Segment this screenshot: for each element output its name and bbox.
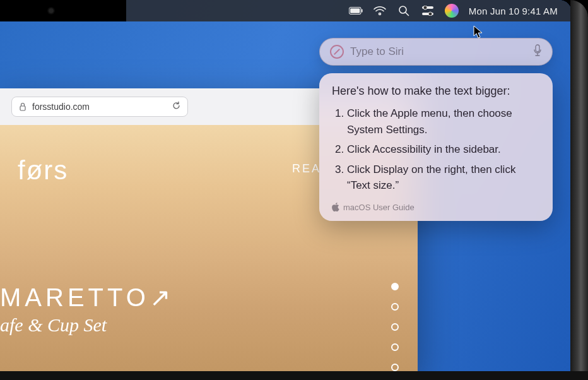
url-bar[interactable]: forsstudio.com xyxy=(11,97,188,117)
siri-step: Click Display on the right, then click “… xyxy=(347,162,540,194)
reload-icon[interactable] xyxy=(172,101,181,112)
menubar: Mon Jun 10 9:41 AM xyxy=(126,0,572,21)
hero-subtitle: afe & Cup Set xyxy=(0,314,107,336)
carousel-dots xyxy=(391,283,399,371)
siri-input-bar[interactable] xyxy=(319,38,553,66)
carousel-dot[interactable] xyxy=(391,323,399,331)
svg-point-6 xyxy=(423,6,427,9)
microphone-icon[interactable] xyxy=(533,44,542,59)
notch xyxy=(0,0,126,21)
lock-icon xyxy=(18,102,27,111)
carousel-dot[interactable] xyxy=(391,283,399,290)
siri-stop-icon[interactable] xyxy=(330,45,344,59)
svg-point-8 xyxy=(428,12,432,16)
url-text: forsstudio.com xyxy=(32,102,90,112)
camera xyxy=(47,7,55,15)
desktop: Mon Jun 10 9:41 AM forsstudio.com førs R… xyxy=(0,0,572,372)
hero-title[interactable]: MARETTO↗ xyxy=(0,283,175,312)
siri-menubar-icon[interactable] xyxy=(445,4,459,18)
siri-text-input[interactable] xyxy=(350,45,527,58)
svg-point-3 xyxy=(399,6,406,13)
apple-icon xyxy=(332,203,339,211)
siri-source-label: macOS User Guide xyxy=(343,203,415,212)
svg-rect-2 xyxy=(362,9,363,12)
svg-line-4 xyxy=(406,13,409,16)
laptop-bezel xyxy=(570,0,588,380)
menubar-datetime[interactable]: Mon Jun 10 9:41 AM xyxy=(469,6,558,16)
siri-overlay: Here's how to make the text bigger: Clic… xyxy=(319,38,553,221)
siri-source[interactable]: macOS User Guide xyxy=(332,203,540,212)
control-center-icon[interactable] xyxy=(421,4,435,18)
siri-step: Click the Apple menu, then choose System… xyxy=(347,105,540,138)
brand-logo[interactable]: førs xyxy=(18,155,68,186)
siri-step: Click Accessibility in the sidebar. xyxy=(347,141,540,158)
carousel-dot[interactable] xyxy=(391,303,399,311)
svg-rect-9 xyxy=(20,106,25,110)
siri-steps-list: Click the Apple menu, then choose System… xyxy=(332,105,540,194)
laptop-bezel-bottom xyxy=(0,371,588,380)
cursor-icon xyxy=(473,25,483,39)
siri-response-heading: Here's how to make the text bigger: xyxy=(332,85,540,98)
wifi-icon[interactable] xyxy=(373,4,387,18)
svg-rect-1 xyxy=(350,8,360,13)
svg-rect-10 xyxy=(536,45,539,52)
siri-response-panel: Here's how to make the text bigger: Clic… xyxy=(319,73,553,221)
carousel-dot[interactable] xyxy=(391,364,399,371)
spotlight-icon[interactable] xyxy=(397,4,411,18)
carousel-dot[interactable] xyxy=(391,343,399,351)
battery-icon[interactable] xyxy=(349,4,363,18)
